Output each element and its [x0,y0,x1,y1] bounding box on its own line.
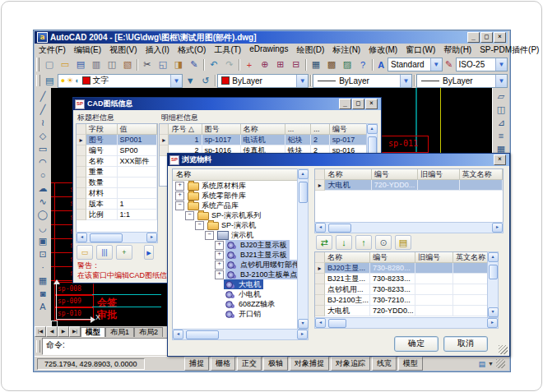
status-toggle[interactable]: 捕捉 [184,357,209,371]
construction-line-icon[interactable]: ╱ [36,103,50,116]
erase-icon[interactable]: ▱ [494,90,508,103]
tree-item-label[interactable]: 系统原材料库 [186,181,248,191]
zoom-realtime-icon[interactable]: ⊕ [257,58,272,72]
minimize-button[interactable]: _ [467,32,480,43]
tree-item[interactable]: −SP-演示机系列 [173,210,298,220]
tree-item[interactable]: +点钞机用螺钉部件 [173,260,298,270]
toolbar-grip[interactable] [36,75,40,86]
menu-e[interactable]: 编辑(E) [70,44,105,56]
status-toggle[interactable]: 模型 [398,357,423,371]
column-header[interactable]: ... [311,124,330,135]
collapse-icon[interactable]: − [175,201,184,210]
make-block-icon[interactable]: ⊡ [36,247,50,261]
pan-icon[interactable]: + [241,58,257,72]
table-row[interactable]: 数量 [77,178,157,188]
table-row[interactable]: 点钞机用...730-8233... [315,284,488,295]
tree-item[interactable]: +系统零部件库 [173,191,298,201]
move-up-icon[interactable]: ↑ [355,235,372,250]
column-header[interactable]: 名称 [325,169,371,180]
table-row[interactable]: 编号SP00 [77,145,157,156]
column-header[interactable]: 字段 [86,124,118,135]
collapse-icon[interactable]: − [185,211,194,220]
polyline-icon[interactable]: ≀ [36,116,50,129]
tree-item-label[interactable]: BJ21主显示板 [225,250,290,260]
menu-w[interactable]: 窗口(W) [401,44,439,56]
tree-item-label[interactable]: 开口销 [224,309,263,319]
status-toggle[interactable]: 对象捕捉 [290,357,329,371]
dialog-close-button[interactable]: × [365,99,378,109]
properties-icon[interactable]: ▤ [395,235,411,250]
lineweight-combo[interactable]: ByLayer ▼ [416,74,508,88]
ellipse-icon[interactable]: ◯ [36,208,50,221]
tree-item-label[interactable]: 系统零部件库 [186,191,248,201]
chevron-down-icon[interactable]: ▼ [400,75,411,87]
table-row[interactable]: ▸大电机720-YDD0... [315,180,503,191]
tab-model[interactable]: 模型 [81,327,105,337]
line-icon[interactable]: ╱ [36,90,50,103]
table-row[interactable]: ▸1sp-1017电话机铝块2sp-017 [160,135,367,145]
expand-icon[interactable]: + [175,191,184,201]
column-header[interactable]: 英文名称 [453,252,488,263]
menu-edrawings[interactable]: eDrawings [245,44,292,56]
column-header[interactable]: 编号 [370,252,415,263]
status-toggle[interactable]: 线宽 [372,357,397,371]
chevron-down-icon[interactable]: ▼ [170,75,182,87]
save-icon[interactable]: ▤ [72,58,88,72]
menu-t[interactable]: 工具(T) [210,44,245,56]
hatch-icon[interactable]: ▦ [36,274,50,287]
chevron-down-icon[interactable]: ▼ [495,58,507,71]
copy-icon[interactable]: ◱ [155,58,170,72]
dialog-minimize-button[interactable]: _ [339,99,351,109]
toolbar-grip[interactable] [36,58,39,71]
column-header[interactable]: ... [285,124,311,135]
tab-layout[interactable]: 布局1 [105,327,134,337]
match-properties-icon[interactable]: ✎ [186,58,202,72]
tree-item[interactable]: +BJ-2100主板单点 [173,270,298,279]
status-toggle[interactable]: 正交 [237,357,262,371]
close-button[interactable]: × [494,32,506,43]
tree-item-label[interactable]: BJ-2100主板单点 [225,270,299,279]
move-down-icon[interactable]: ↓ [336,235,352,250]
menu-n[interactable]: 标注(N) [328,44,364,56]
tab-scroll-arrow[interactable]: ▶| [69,326,81,337]
collapse-icon[interactable]: − [205,231,214,240]
tree-item-label[interactable]: 608ZZ轴承 [224,299,277,309]
plot-icon[interactable]: ▥ [88,58,104,72]
publish-icon[interactable]: ▧ [119,58,135,72]
table-row[interactable]: 大电机720-YDD0... [315,306,488,316]
zoom-window-icon[interactable]: ⊞ [272,58,288,72]
refresh-icon[interactable]: ⇄ [316,235,332,250]
table-row[interactable]: ▸图号SP001 [77,135,157,145]
open-icon[interactable]: ▭ [57,58,72,72]
column-header[interactable]: 编号 [372,169,418,180]
tree-item[interactable]: −系统产品库 [173,201,298,210]
title-bar[interactable]: a AutoCAD 2004 - [E:\UG\dwg\图框\测试用图(部件).… [35,31,508,44]
zoom-previous-icon[interactable]: ⊟ [288,58,304,72]
tree-item-label[interactable]: SP-演示机系列 [196,210,263,220]
tree-item[interactable]: +BJ21主显示板 [173,250,298,260]
tree-item-label[interactable]: BJ20主显示板 [225,240,290,250]
tree-item[interactable]: −SP-演示机 [173,220,298,230]
table-row[interactable]: 名称XXX部件 [77,156,157,167]
ok-button[interactable]: 确定 [394,336,439,352]
menu-m[interactable]: 修改(M) [364,44,401,56]
open-icon[interactable]: ▭ [77,245,93,260]
linetype-combo[interactable]: ByLayer ▼ [313,74,412,88]
fields-icon[interactable]: ||| [96,245,113,260]
status-toggle[interactable]: 栅格 [211,357,235,371]
tree-hscrollbar[interactable]: ◂▸ [172,329,309,340]
list-table-vscrollbar[interactable]: ▴▾ [487,251,499,318]
restore-button[interactable]: □ [480,32,493,43]
menu-d[interactable]: 绘图(D) [292,44,328,56]
expand-icon[interactable]: + [215,251,224,260]
browse-dialog-titlebar[interactable]: SP 浏览物料 × [168,154,509,166]
tree-item-label[interactable]: 系统产品库 [186,201,241,210]
table-row[interactable]: ▸BJ20主显...730-8280... [315,263,488,274]
tab-scroll-arrow[interactable]: |◀ [35,326,46,337]
column-header[interactable]: 旧编号 [415,252,453,263]
chevron-down-icon[interactable]: ▼ [495,75,507,87]
window-resize-grip[interactable] [496,359,505,368]
mirror-icon[interactable]: ⊿ [494,116,508,129]
menu-f[interactable]: 文件(F) [35,44,70,56]
status-toggle[interactable]: 极轴 [263,357,288,371]
